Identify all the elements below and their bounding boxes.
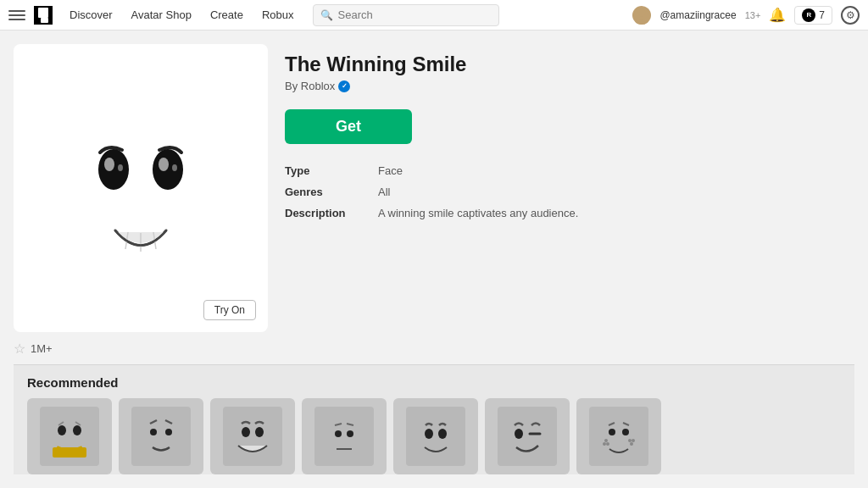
search-icon: 🔍 (320, 9, 333, 21)
face-illustration (56, 95, 225, 281)
search-input[interactable] (338, 8, 492, 21)
svg-point-42 (609, 429, 615, 435)
svg-point-17 (73, 425, 81, 435)
left-column: Try On ☆ 1M+ (14, 44, 268, 366)
hamburger-menu[interactable] (8, 7, 25, 24)
list-item[interactable] (393, 398, 478, 474)
detail-table: Type Face Genres All Description A winni… (285, 164, 854, 219)
svg-point-4 (98, 149, 129, 190)
svg-point-8 (159, 158, 169, 171)
svg-rect-36 (498, 407, 557, 466)
main-content: Try On ☆ 1M+ The Winning Smile By Roblox… (0, 30, 868, 488)
list-item[interactable] (119, 398, 203, 474)
svg-point-3 (635, 19, 648, 25)
svg-point-2 (637, 8, 646, 17)
description-value: A winning smile captivates any audience. (378, 207, 854, 219)
genres-label: Genres (285, 186, 378, 198)
svg-rect-39 (589, 407, 648, 466)
svg-rect-19 (131, 407, 191, 466)
svg-point-34 (425, 429, 433, 439)
robux-icon: R (802, 8, 815, 22)
recommended-title: Recommended (27, 375, 841, 390)
robux-count: 7 (819, 9, 825, 21)
nav-discover[interactable]: Discover (63, 8, 120, 21)
recommended-items-list (27, 398, 841, 474)
list-item[interactable] (302, 398, 387, 474)
top-content: Try On ☆ 1M+ The Winning Smile By Roblox… (14, 44, 854, 366)
item-image (14, 44, 268, 332)
verified-icon: ✓ (338, 80, 350, 92)
svg-point-45 (606, 442, 609, 446)
svg-point-16 (58, 425, 66, 435)
list-item[interactable] (576, 398, 661, 474)
item-image-card: Try On (14, 44, 268, 332)
avatar-icon (632, 6, 651, 25)
star-icon: ☆ (14, 341, 25, 357)
type-label: Type (285, 164, 378, 177)
recommended-section: Recommended (14, 364, 854, 474)
svg-point-5 (104, 158, 114, 171)
svg-rect-18 (53, 447, 86, 458)
svg-point-25 (242, 427, 250, 437)
svg-point-9 (172, 164, 177, 171)
svg-rect-33 (406, 407, 465, 466)
svg-point-35 (438, 429, 447, 439)
svg-point-48 (630, 442, 633, 446)
svg-rect-1 (41, 18, 48, 23)
list-item[interactable] (485, 398, 570, 474)
svg-point-23 (165, 429, 172, 435)
svg-rect-24 (223, 407, 282, 466)
svg-point-37 (515, 429, 523, 439)
settings-icon[interactable]: ⚙ (841, 6, 860, 25)
svg-rect-0 (38, 8, 48, 18)
nav-robux[interactable]: Robux (255, 8, 301, 21)
age-label: 13+ (745, 10, 761, 20)
author-label: By Roblox (285, 80, 335, 92)
username-label[interactable]: @amaziingracee (659, 9, 736, 21)
favorites-row: ☆ 1M+ (14, 341, 268, 357)
robux-button[interactable]: R 7 (794, 6, 832, 25)
svg-point-31 (347, 430, 353, 437)
search-bar[interactable]: 🔍 (313, 4, 499, 26)
item-title: The Winning Smile (285, 53, 854, 76)
content-area: Try On ☆ 1M+ The Winning Smile By Roblox… (14, 44, 854, 474)
svg-point-44 (604, 439, 608, 442)
navbar: Discover Avatar Shop Create Robux 🔍 @ama… (0, 0, 868, 30)
type-value: Face (378, 164, 854, 177)
roblox-logo[interactable] (34, 6, 53, 25)
nav-create[interactable]: Create (203, 8, 250, 21)
nav-avatar-shop[interactable]: Avatar Shop (125, 8, 198, 21)
favorites-count: 1M+ (31, 342, 53, 355)
svg-point-30 (335, 430, 342, 437)
list-item[interactable] (27, 398, 112, 474)
genres-value: All (378, 186, 854, 198)
notification-bell-icon[interactable]: 🔔 (769, 7, 786, 23)
svg-point-22 (150, 429, 157, 435)
description-label: Description (285, 207, 378, 219)
item-detail-section: The Winning Smile By Roblox ✓ Get Type F… (285, 44, 854, 366)
nav-right-section: @amaziingracee 13+ 🔔 R 7 ⚙ (632, 6, 860, 25)
svg-point-43 (622, 429, 629, 435)
get-button[interactable]: Get (285, 109, 412, 144)
list-item[interactable] (210, 398, 295, 474)
svg-point-47 (628, 439, 632, 442)
svg-point-46 (603, 442, 606, 446)
svg-rect-27 (314, 407, 374, 466)
try-on-button[interactable]: Try On (203, 300, 256, 320)
svg-point-7 (153, 149, 183, 190)
svg-point-26 (255, 427, 264, 437)
item-author: By Roblox ✓ (285, 80, 854, 92)
svg-point-6 (118, 164, 123, 171)
svg-point-49 (632, 439, 635, 442)
